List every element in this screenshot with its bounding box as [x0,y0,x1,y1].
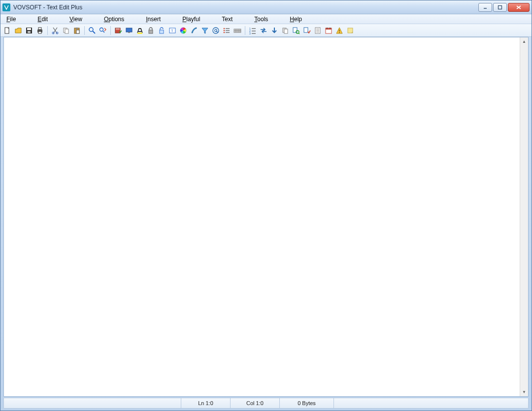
document-button[interactable] [313,26,323,35]
svg-point-31 [224,28,225,29]
bullet-list-icon [223,27,231,34]
find-in-files-button[interactable] [291,26,301,35]
window-controls [478,3,530,12]
svg-rect-24 [149,30,153,33]
svg-rect-22 [128,32,130,33]
paste-button[interactable] [72,26,82,35]
warning-button[interactable] [334,26,344,35]
toolbar-separator [110,26,111,35]
svg-point-64 [339,32,340,33]
minimize-icon [483,5,488,10]
svg-point-33 [224,32,225,33]
svg-rect-7 [38,28,41,30]
lock-icon [147,27,155,34]
menu-edit-rest: dit [41,16,48,23]
status-bytes: 0 Bytes [280,398,334,408]
spellcheck-button[interactable] [113,26,123,35]
menu-options[interactable]: Options [101,15,129,23]
toolbar-separator [47,26,48,35]
unlock-button[interactable] [157,26,166,35]
note-button[interactable] [345,26,355,35]
menu-tools[interactable]: Tools [251,15,273,23]
text-box-icon: T [168,27,176,34]
app-icon [2,3,10,11]
numbered-list-button[interactable]: 123 [248,26,258,35]
replace-icon [99,27,107,34]
sort-button[interactable] [269,26,279,35]
menu-file-rest: ile [10,16,16,23]
warning-icon [335,27,343,34]
replace-in-files-button[interactable] [302,26,312,35]
svg-rect-50 [284,29,288,33]
vertical-scrollbar[interactable]: ▲ ▼ [520,37,528,396]
brush-button[interactable] [189,26,199,35]
paste-icon [73,27,81,34]
menu-view[interactable]: View [66,15,87,23]
replace-in-files-icon [303,27,311,34]
status-col: Col 1:0 [231,398,280,408]
open-file-button[interactable] [13,26,23,35]
screen-icon [125,27,133,34]
lock-button[interactable] [146,26,156,35]
note-icon [346,27,354,34]
menu-options-rest: ptions [108,16,124,23]
numbered-list-icon: 123 [249,27,257,34]
color-wheel-icon [179,27,187,34]
menu-bar: File Edit View Options Insert Playful Te… [0,14,532,24]
new-file-button[interactable] [2,26,12,35]
cut-button[interactable] [50,26,60,35]
svg-rect-54 [304,28,308,32]
at-icon [212,27,220,34]
funnel-icon [201,27,209,34]
close-button[interactable] [508,3,530,12]
menu-playful-rest: layful [186,16,200,23]
swap-horizontal-icon [260,27,267,34]
highlight-icon [136,27,144,34]
minimize-button[interactable] [478,3,492,12]
arrow-down-icon [270,27,278,34]
duplicate-button[interactable] [280,26,290,35]
swap-button[interactable] [259,26,268,35]
save-button[interactable] [24,26,34,35]
scroll-track[interactable] [520,46,528,388]
replace-button[interactable] [98,26,108,35]
svg-rect-25 [160,30,164,33]
keyboard-icon [233,27,241,34]
calendar-button[interactable] [324,26,333,35]
filter-button[interactable] [200,26,210,35]
svg-text:3: 3 [249,32,251,34]
scroll-down-icon[interactable]: ▼ [520,388,528,396]
color-button[interactable] [178,26,188,35]
open-folder-icon [14,27,22,34]
svg-rect-14 [76,28,78,29]
svg-rect-51 [293,28,297,32]
menu-file[interactable]: File [3,15,21,23]
maximize-button[interactable] [493,3,507,12]
menu-playful[interactable]: Playful [179,15,205,23]
title-bar[interactable]: VOVSOFT - Text Edit Plus [0,0,532,14]
menu-help[interactable]: Help [287,15,307,23]
menu-text[interactable]: Text [219,15,237,23]
bullet-list-button[interactable] [222,26,232,35]
svg-point-18 [100,28,103,31]
menu-edit[interactable]: Edit [34,15,53,23]
text-editor[interactable] [4,37,520,396]
at-button[interactable] [211,26,221,35]
fullscreen-button[interactable] [124,26,134,35]
search-icon [88,27,96,34]
highlight-button[interactable] [135,26,145,35]
feather-icon [190,27,198,34]
window-title: VOVSOFT - Text Edit Plus [13,4,478,11]
insert-text-button[interactable]: T [167,26,177,35]
menu-tools-rest: ools [257,16,268,23]
scroll-up-icon[interactable]: ▲ [520,37,528,46]
menu-insert[interactable]: Insert [143,15,166,23]
print-button[interactable] [35,26,45,35]
svg-point-16 [89,28,93,32]
table-button[interactable] [233,26,242,35]
svg-rect-23 [137,32,142,34]
svg-rect-60 [326,28,332,30]
svg-rect-15 [76,30,79,33]
find-button[interactable] [87,26,97,35]
copy-button[interactable] [61,26,71,35]
